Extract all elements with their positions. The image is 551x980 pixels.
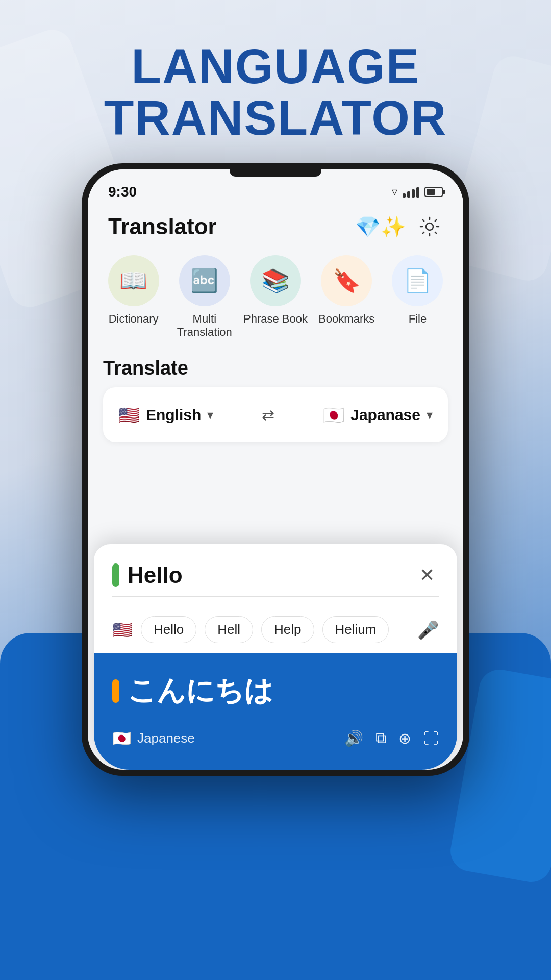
language-selector-card[interactable]: 🇺🇸 English ▾ ⇄ 🇯🇵 Japanase ▾ — [103, 387, 448, 442]
result-actions: 🔊 ⧉ ⊕ ⛶ — [344, 729, 439, 747]
source-language-selector[interactable]: 🇺🇸 English ▾ — [118, 405, 213, 425]
dictionary-label: Dictionary — [109, 312, 159, 326]
target-language-selector[interactable]: 🇯🇵 Japanase ▾ — [323, 405, 433, 425]
suggestion-chip-0[interactable]: Hello — [141, 616, 196, 643]
input-popup: Hello ✕ 🇺🇸 Hello Hell Help Helium 🎤 こんにち… — [94, 544, 457, 770]
file-icon: 📄 — [404, 267, 432, 294]
header-line1: LANGUAGE — [0, 41, 551, 92]
header-line2: TRANSLATOR — [0, 92, 551, 144]
translated-text: こんにちは — [128, 672, 273, 710]
file-icon-circle: 📄 — [392, 255, 443, 306]
phone-frame: 9:30 ▿ Translator 💎✨ — [82, 163, 469, 776]
feature-dictionary[interactable]: 📖 Dictionary — [98, 255, 169, 339]
settings-button[interactable] — [416, 213, 443, 240]
phrase-book-icon: 📚 — [262, 267, 290, 294]
bookmarks-icon-circle: 🔖 — [321, 255, 372, 306]
header-action-icons: 💎✨ — [355, 213, 443, 240]
expand-icon[interactable]: ⛶ — [423, 730, 439, 747]
app-title: Translator — [108, 214, 217, 239]
suggestions-row: 🇺🇸 Hello Hell Help Helium 🎤 — [94, 611, 457, 653]
phrase-book-icon-circle: 📚 — [250, 255, 301, 306]
input-header-row: Hello ✕ — [112, 560, 439, 590]
dictionary-icon: 📖 — [119, 267, 147, 294]
feature-multi-translation[interactable]: 🔤 Multi Translation — [169, 255, 240, 339]
bookmarks-label: Bookmarks — [318, 312, 374, 326]
input-text-display[interactable]: Hello — [128, 562, 183, 588]
app-toolbar: Translator 💎✨ — [88, 205, 463, 250]
target-lang-chevron-icon: ▾ — [427, 408, 433, 422]
multi-translation-label: Multi Translation — [169, 312, 240, 339]
feature-file[interactable]: 📄 File — [382, 255, 453, 339]
features-row: 📖 Dictionary 🔤 Multi Translation 📚 Phras… — [88, 250, 463, 349]
dictionary-icon-circle: 📖 — [108, 255, 159, 306]
suggestion-source-flag: 🇺🇸 — [112, 620, 133, 640]
result-lang-flag: 🇯🇵 — [112, 729, 131, 747]
phrase-book-label: Phrase Book — [243, 312, 308, 326]
result-lang-name: Japanese — [137, 730, 195, 746]
signal-bars — [403, 186, 419, 198]
result-footer: 🇯🇵 Japanese 🔊 ⧉ ⊕ ⛶ — [112, 729, 439, 747]
app-header-text: LANGUAGE TRANSLATOR — [0, 41, 551, 144]
target-lang-name: Japanase — [350, 406, 420, 424]
feature-bookmarks[interactable]: 🔖 Bookmarks — [311, 255, 382, 339]
translation-result: こんにちは 🇯🇵 Japanese 🔊 ⧉ ⊕ ⛶ — [94, 653, 457, 770]
svg-point-0 — [426, 223, 433, 230]
feature-phrase-book[interactable]: 📚 Phrase Book — [240, 255, 311, 339]
result-divider — [112, 719, 439, 719]
suggestion-chip-1[interactable]: Hell — [205, 616, 253, 643]
source-lang-flag: 🇺🇸 — [118, 405, 140, 425]
input-top-section: Hello ✕ — [94, 544, 457, 611]
input-left: Hello — [112, 562, 183, 588]
orange-indicator — [112, 679, 119, 703]
input-divider — [112, 596, 439, 597]
close-button[interactable]: ✕ — [415, 560, 439, 590]
suggestion-chip-2[interactable]: Help — [261, 616, 314, 643]
swap-languages-icon[interactable]: ⇄ — [258, 402, 279, 428]
bookmark-add-icon[interactable]: ⊕ — [398, 729, 411, 747]
suggestion-chip-3[interactable]: Helium — [322, 616, 389, 643]
source-lang-chevron-icon: ▾ — [207, 408, 213, 422]
result-language-info: 🇯🇵 Japanese — [112, 729, 195, 747]
microphone-button[interactable]: 🎤 — [417, 620, 439, 640]
bookmarks-icon: 🔖 — [333, 267, 361, 294]
translate-heading: Translate — [103, 357, 448, 379]
phone-notch — [230, 169, 321, 177]
wifi-icon: ▿ — [392, 185, 397, 199]
result-row: こんにちは — [112, 672, 439, 710]
copy-icon[interactable]: ⧉ — [375, 729, 386, 747]
speaker-icon[interactable]: 🔊 — [344, 729, 363, 747]
file-label: File — [409, 312, 427, 326]
status-time: 9:30 — [108, 184, 137, 200]
green-indicator — [112, 564, 119, 587]
multi-translation-icon-circle: 🔤 — [179, 255, 230, 306]
gem-icon[interactable]: 💎✨ — [355, 215, 406, 239]
multi-translation-icon: 🔤 — [190, 267, 218, 294]
target-lang-flag: 🇯🇵 — [323, 405, 344, 425]
status-icons: ▿ — [392, 185, 443, 199]
source-lang-name: English — [146, 406, 201, 424]
battery-icon — [424, 187, 443, 197]
phone-inner: 9:30 ▿ Translator 💎✨ — [88, 169, 463, 770]
translate-section: Translate 🇺🇸 English ▾ ⇄ 🇯🇵 Japanase ▾ — [88, 349, 463, 452]
